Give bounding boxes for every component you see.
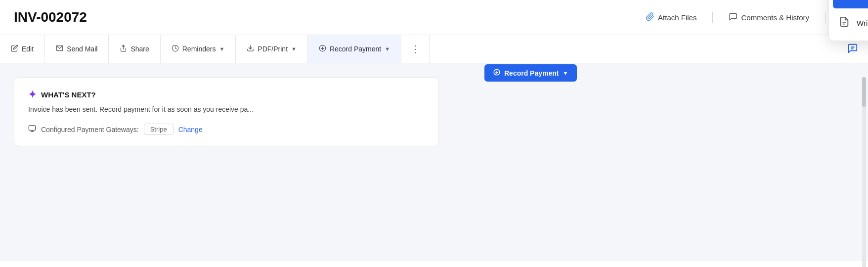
comments-history-label: Comments & History	[741, 13, 809, 22]
dropdown-charge-customer-icon	[840, 0, 851, 1]
record-payment-toolbar-label: Record Payment	[330, 45, 381, 53]
header-divider	[712, 12, 713, 23]
send-mail-label: Send Mail	[67, 45, 97, 53]
record-payment-card-button[interactable]: Record Payment ▼	[484, 64, 577, 82]
share-icon	[120, 44, 127, 53]
main-content: ✦ WHAT'S NEXT? Invoice has been sent. Re…	[0, 63, 868, 261]
reminders-label: Reminders	[182, 45, 216, 53]
record-payment-card-label: Record Payment	[504, 69, 559, 77]
pdf-print-icon	[247, 44, 254, 53]
scrollbar-track	[862, 77, 866, 267]
record-payment-card-chevron-icon: ▼	[563, 70, 568, 76]
dropdown-item-charge-customer[interactable]: Charge Customer	[833, 0, 868, 8]
toolbar: Edit Send Mail Share Reminders ▼ PDF/Pri…	[0, 35, 868, 63]
dropdown-menu: Record Payment Charge Customer Write Off	[828, 0, 868, 41]
pdf-print-button[interactable]: PDF/Print ▼	[236, 35, 308, 63]
svg-rect-8	[29, 126, 35, 130]
whats-next-header: ✦ WHAT'S NEXT?	[28, 89, 425, 100]
page-title: INV-002072	[14, 9, 87, 25]
header-divider-2	[825, 12, 825, 23]
sparkle-icon: ✦	[28, 89, 37, 100]
share-button[interactable]: Share	[109, 35, 160, 63]
reminders-chevron-icon: ▼	[219, 46, 224, 52]
chat-icon	[847, 43, 858, 55]
whats-next-text: Invoice has been sent. Record payment fo…	[28, 104, 425, 115]
record-payment-toolbar-chevron-icon: ▼	[385, 46, 390, 52]
pdf-print-label: PDF/Print	[258, 45, 288, 53]
record-payment-toolbar-icon	[319, 44, 326, 53]
record-payment-toolbar-button[interactable]: Record Payment ▼	[308, 35, 401, 63]
stripe-badge: Stripe	[144, 124, 174, 135]
attach-files-label: Attach Files	[658, 13, 696, 22]
attach-files-button[interactable]: Attach Files	[642, 10, 700, 25]
comments-history-button[interactable]: Comments & History	[725, 10, 813, 25]
reminders-icon	[172, 44, 179, 53]
more-icon: ⋮	[410, 43, 420, 55]
edit-label: Edit	[22, 45, 34, 53]
scrollbar-thumb[interactable]	[862, 77, 866, 107]
whats-next-title: WHAT'S NEXT?	[41, 90, 96, 99]
edit-button[interactable]: Edit	[0, 35, 45, 63]
change-link[interactable]: Change	[178, 126, 203, 134]
paperclip-icon	[646, 12, 654, 23]
dropdown-write-off-label: Write Off	[857, 19, 868, 27]
dropdown-write-off-icon	[839, 16, 850, 30]
header-actions: Attach Files Comments & History ✕	[642, 9, 854, 26]
gateway-terminal-icon	[28, 125, 36, 134]
pdf-print-chevron-icon: ▼	[291, 46, 297, 52]
reminders-button[interactable]: Reminders ▼	[161, 35, 236, 63]
dropdown-item-write-off[interactable]: Write Off	[829, 9, 868, 37]
whats-next-card: ✦ WHAT'S NEXT? Invoice has been sent. Re…	[14, 77, 439, 146]
payment-gateways: Configured Payment Gateways: Stripe Chan…	[28, 124, 425, 135]
more-button[interactable]: ⋮	[401, 35, 430, 63]
share-label: Share	[130, 45, 149, 53]
page-header: INV-002072 Attach Files Comments & Histo…	[0, 0, 868, 35]
record-payment-card-icon	[493, 69, 500, 77]
send-mail-button[interactable]: Send Mail	[45, 35, 109, 63]
comment-icon	[729, 12, 738, 23]
edit-icon	[11, 44, 18, 53]
send-mail-icon	[56, 44, 63, 53]
gateways-label: Configured Payment Gateways:	[41, 126, 139, 134]
